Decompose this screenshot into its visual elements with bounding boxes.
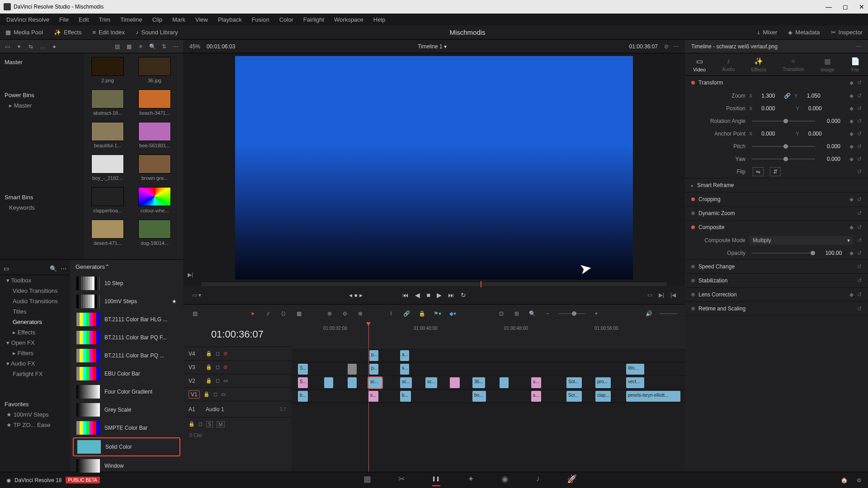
flip-h-button[interactable]: ⇋ [753,167,764,176]
play-reverse-button[interactable]: ◀ [415,291,420,299]
reset-icon[interactable]: ↺ [857,291,862,298]
zoom-x-input[interactable]: 1.300 [756,93,780,99]
flag-icon[interactable]: ⚑▾ [433,310,442,317]
visible-icon[interactable]: ▭ [221,391,226,397]
media-clip[interactable]: desert-471... [87,220,128,246]
media-clip[interactable]: colour-whe... [134,187,175,213]
reset-icon[interactable]: ↺ [857,224,862,230]
menu-item[interactable]: Fusion [252,16,269,23]
clip[interactable]: p... [369,350,378,361]
clip[interactable]: bo... [472,391,486,402]
clip[interactable] [324,377,333,388]
zoom-custom-icon[interactable]: 🔍 [528,310,537,317]
retime-scaling-header[interactable]: Retime and Scaling↺ [685,302,868,315]
media-clip[interactable]: brown gra... [134,155,175,181]
generator-item[interactable]: 10 Step [73,275,180,292]
clip[interactable]: s... [368,391,378,402]
disable-icon[interactable]: ⊘ [223,364,227,370]
transform-header[interactable]: Transform◆↺ [685,76,868,89]
yaw-slider[interactable] [752,159,815,160]
reset-icon[interactable]: ↺ [857,93,862,99]
reset-icon[interactable]: ↺ [857,80,862,86]
filters-node[interactable]: ▸ Filters [0,348,70,358]
minimize-button[interactable]: — [826,3,832,10]
generator-item[interactable]: BT.2111 Color Bar PQ F... [73,329,180,346]
zoom-in-icon[interactable]: + [592,310,601,317]
color-page-icon[interactable]: ◉ [501,474,509,486]
thumb-view-icon[interactable]: ▦ [125,43,132,50]
auto-select-icon[interactable]: ◻ [213,391,217,397]
media-clip[interactable]: clapperboa... [87,187,128,213]
generator-item[interactable]: Solid Color [73,437,180,456]
sound-library-toggle[interactable]: ♪ Sound Library [130,25,183,39]
deliver-page-icon[interactable]: 🚀 [567,474,577,486]
lock-icon[interactable]: 🔒 [206,351,212,357]
reset-icon[interactable]: ↺ [857,143,862,150]
list-view-icon[interactable]: ≡ [137,43,144,50]
menu-item[interactable]: Help [373,16,386,23]
track-v2[interactable]: S... sc... sc... sc... 36... s... Sol...… [292,375,685,389]
track-v3[interactable]: S... p... s... Wo... [292,362,685,375]
media-clip[interactable]: 2.png [87,57,128,83]
pos-x-input[interactable]: 0.000 [756,105,780,112]
in-out-icon[interactable]: ▭ ▾ [192,292,201,298]
dropdown-icon[interactable]: ▾ [15,43,23,50]
menu-item[interactable]: Workspace [334,16,363,23]
menu-item[interactable]: Timeline [120,16,142,23]
power-bin-master[interactable]: ▸ Master [0,100,84,111]
clip[interactable]: vect... [626,377,644,388]
clip-selected[interactable]: sc... [368,377,382,388]
tab-image[interactable]: ▦Image [821,57,835,72]
reset-icon[interactable]: ↺ [857,131,862,137]
reset-icon[interactable]: ↺ [857,210,862,216]
match-frame-icon[interactable]: ▭ [647,292,652,298]
video-transitions-node[interactable]: Video Transitions [0,286,70,296]
pitch-input[interactable]: 0.000 [821,143,846,150]
next-clip-icon[interactable]: ▶| [188,272,193,278]
viewer[interactable]: ▶| [183,53,685,282]
favorite-star-icon[interactable]: ★ [172,298,177,305]
bypass-icon[interactable]: ⊘ [664,43,669,50]
track-header-v2[interactable]: V2🔒◻▭ [183,374,292,387]
timeline-view-icon[interactable]: ▤ [190,310,199,317]
dynamic-zoom-header[interactable]: Dynamic Zoom↺ [685,206,868,220]
clip[interactable]: S... [298,377,308,388]
keyframe-icon[interactable]: ◆ [849,250,854,256]
metadata-view-icon[interactable]: ▤ [113,43,121,50]
cut-page-icon[interactable]: ✂ [398,474,405,486]
smart-bin-keywords[interactable]: Keywords [0,202,84,213]
loop-button[interactable]: ↻ [461,291,466,299]
tab-audio[interactable]: ♪Audio [722,57,735,72]
opacity-input[interactable]: 100.00 [821,250,846,256]
tab-video[interactable]: ▭Video [693,57,706,72]
fairlight-page-icon[interactable]: ♪ [536,474,540,486]
edit-index-toggle[interactable]: ≡ Edit Index [87,25,130,39]
generator-item[interactable]: BT.2111 Color Bar PQ ... [73,347,180,364]
audiofx-node[interactable]: ▾ Audio FX [0,358,70,369]
settings-icon[interactable]: ⚙ [857,477,862,483]
reset-icon[interactable]: ↺ [857,105,862,112]
menu-item[interactable]: Clip [152,16,162,23]
menu-item[interactable]: DaVinci Resolve [6,16,49,23]
trim-tool-icon[interactable]: ⫽ [264,310,273,317]
track-header-v3[interactable]: V3🔒◻⊘ [183,360,292,374]
keyframe-icon[interactable]: ◆ [849,156,854,162]
inspector-options-icon[interactable]: ⋯ [856,43,862,50]
jog-bar[interactable] [201,282,667,286]
replace-icon[interactable]: ⊗ [356,310,365,317]
keyframe-icon[interactable]: ◆ [849,105,854,112]
clip[interactable]: b... [298,391,308,402]
search-icon[interactable]: 🔍 [50,265,57,272]
collapse-icon[interactable]: ⌃ [105,263,110,270]
smart-reframe-header[interactable]: ▸Smart Reframe [685,178,868,192]
reset-icon[interactable]: ↺ [857,263,862,270]
clip[interactable]: sc... [400,377,412,388]
link-icon[interactable]: ⇆ [27,43,34,50]
lens-correction-header[interactable]: Lens Correction◆↺ [685,288,868,301]
master-bin[interactable]: Master [0,57,84,67]
prev-marker-icon[interactable]: |◀ [670,292,676,298]
close-button[interactable]: ✕ [859,3,864,10]
zoom-fit-icon[interactable]: ⊡ [497,310,506,317]
favorite-item[interactable]: ★ 100mV Steps [0,409,70,420]
flip-v-button[interactable]: ⇵ [770,167,781,176]
